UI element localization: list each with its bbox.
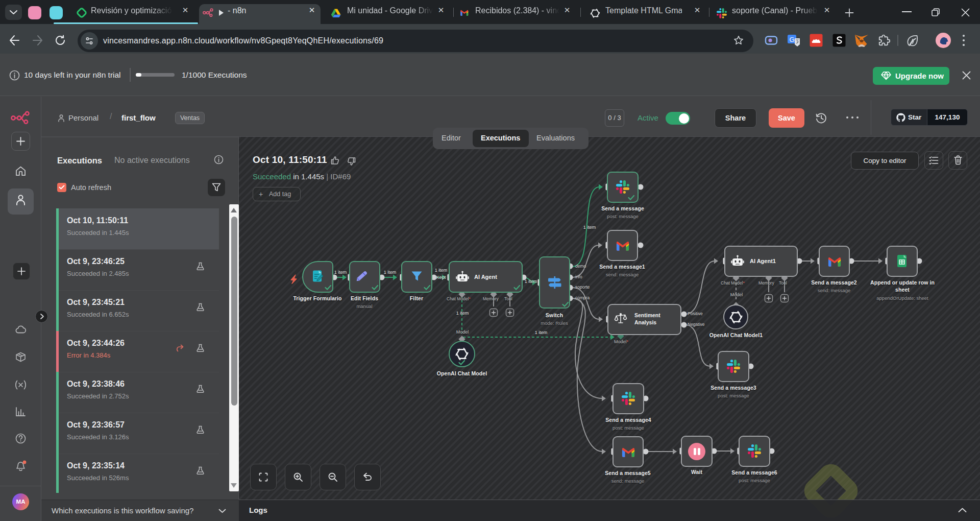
- svg-text:G: G: [789, 36, 794, 43]
